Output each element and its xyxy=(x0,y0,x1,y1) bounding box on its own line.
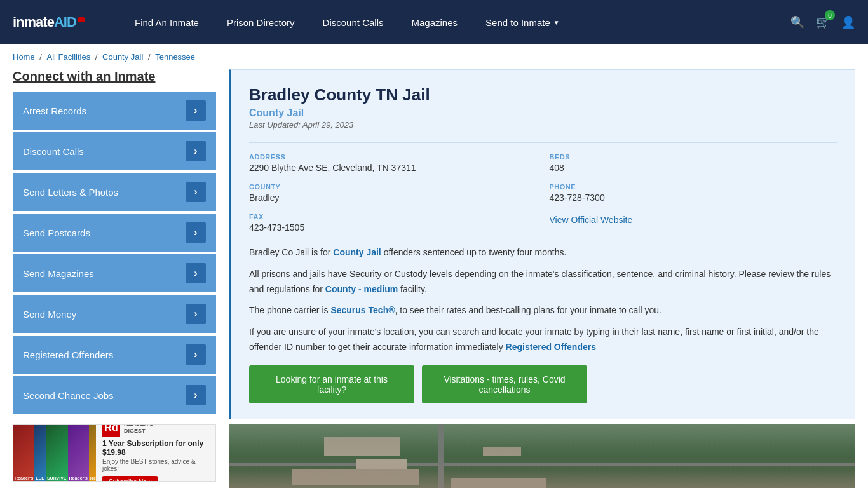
ad-rd-logo: Rd READER'SDIGEST xyxy=(102,424,209,437)
county-jail-link[interactable]: County Jail xyxy=(333,247,381,257)
info-website: View Official Website xyxy=(550,213,837,233)
sidebar-item-second-chance-jobs[interactable]: Second Chance Jobs › xyxy=(13,376,216,414)
fax-value: 423-473-1505 xyxy=(249,222,537,233)
main-container: Connect with an Inmate Arrest Records › … xyxy=(0,69,868,488)
search-icon[interactable]: 🔍 xyxy=(790,15,804,29)
nav-find-inmate[interactable]: Find An Inmate xyxy=(121,0,213,44)
user-icon[interactable]: 👤 xyxy=(841,15,855,29)
rd-brand: READER'SDIGEST xyxy=(124,424,153,434)
sidebar-item-send-postcards[interactable]: Send Postcards › xyxy=(13,214,216,252)
main-nav: Find An Inmate Prison Directory Discount… xyxy=(121,0,790,44)
sidebar-arrow-icon: › xyxy=(186,385,206,405)
facility-aerial-image xyxy=(229,424,855,488)
ad-cover-2: LEE xyxy=(34,424,46,482)
facility-updated: Last Updated: April 29, 2023 xyxy=(249,120,837,130)
content-area: Bradley County TN Jail County Jail Last … xyxy=(229,69,855,488)
breadcrumb-sep: / xyxy=(39,52,44,62)
action-buttons: Looking for an inmate at this facility? … xyxy=(249,365,837,403)
sidebar-arrow-icon: › xyxy=(186,182,206,202)
ad-sub: Enjoy the BEST stories, advice & jokes! xyxy=(102,458,209,472)
sidebar: Connect with an Inmate Arrest Records › … xyxy=(13,69,216,488)
nav-discount-calls[interactable]: Discount Calls xyxy=(309,0,398,44)
sidebar-arrow-icon: › xyxy=(186,100,206,121)
desc-p2: All prisons and jails have Security or C… xyxy=(249,267,837,297)
facility-subtitle: County Jail xyxy=(249,107,837,119)
ad-cover-3: SURVIVE xyxy=(46,424,68,482)
sidebar-item-send-money[interactable]: Send Money › xyxy=(13,295,216,333)
breadcrumb-all-facilities[interactable]: All Facilities xyxy=(47,52,91,62)
ad-covers: Reader's LEE SURVIVE Reader's Read xyxy=(13,424,96,482)
info-grid: ADDRESS 2290 Blythe Ave SE, Cleveland, T… xyxy=(249,142,837,233)
sidebar-arrow-icon: › xyxy=(186,344,206,365)
ad-cover-4: Reader's xyxy=(68,424,89,482)
desc-p3: The phone carrier is Securus Tech®, to s… xyxy=(249,303,837,318)
phone-value: 423-728-7300 xyxy=(550,193,837,203)
header-icons: 🔍 🛒 0 👤 xyxy=(790,15,855,29)
breadcrumb-home[interactable]: Home xyxy=(13,52,35,62)
securus-link[interactable]: Securus Tech® xyxy=(330,305,395,315)
info-beds: BEDS 408 xyxy=(550,153,837,173)
beds-value: 408 xyxy=(550,163,837,173)
header: inmateAID Find An Inmate Prison Director… xyxy=(0,0,868,44)
nav-magazines[interactable]: Magazines xyxy=(397,0,471,44)
ad-banner: Reader's LEE SURVIVE Reader's Read Rd RE… xyxy=(13,424,216,482)
beds-label: BEDS xyxy=(550,153,837,161)
sidebar-arrow-icon: › xyxy=(186,141,206,161)
send-dropdown-icon: ▼ xyxy=(553,19,560,26)
address-value: 2290 Blythe Ave SE, Cleveland, TN 37311 xyxy=(249,163,537,173)
sidebar-menu: Arrest Records › Discount Calls › Send L… xyxy=(13,92,216,414)
breadcrumb-sep2: / xyxy=(95,52,100,62)
facility-description: Bradley Co Jail is for County Jail offen… xyxy=(249,245,837,355)
breadcrumb: Home / All Facilities / County Jail / Te… xyxy=(0,44,868,69)
breadcrumb-sep3: / xyxy=(148,52,153,62)
info-phone: PHONE 423-728-7300 xyxy=(550,183,837,203)
facility-card: Bradley County TN Jail County Jail Last … xyxy=(229,69,855,419)
logo[interactable]: inmateAID xyxy=(13,14,85,30)
visitations-button[interactable]: Visitations - times, rules, Covid cancel… xyxy=(422,365,587,403)
breadcrumb-county-jail[interactable]: County Jail xyxy=(102,52,143,62)
ad-subscribe-button[interactable]: Subscribe Now xyxy=(102,476,158,482)
address-label: ADDRESS xyxy=(249,153,537,161)
info-fax: FAX 423-473-1505 xyxy=(249,213,537,233)
sidebar-item-discount-calls[interactable]: Discount Calls › xyxy=(13,132,216,170)
county-value: Bradley xyxy=(249,193,537,203)
nav-prison-directory[interactable]: Prison Directory xyxy=(213,0,309,44)
desc-p4: If you are unsure of your inmate's locat… xyxy=(249,325,837,355)
desc-p1: Bradley Co Jail is for County Jail offen… xyxy=(249,245,837,261)
ad-cover-5: Read xyxy=(89,424,96,482)
fax-label: FAX xyxy=(249,213,537,220)
breadcrumb-tennessee[interactable]: Tennessee xyxy=(155,52,195,62)
rd-logo-box: Rd xyxy=(102,424,120,437)
info-county: COUNTY Bradley xyxy=(249,183,537,203)
image-overlay xyxy=(229,424,855,488)
county-medium-link[interactable]: County - medium xyxy=(325,284,398,294)
sidebar-item-send-letters[interactable]: Send Letters & Photos › xyxy=(13,173,216,211)
sidebar-item-send-magazines[interactable]: Send Magazines › xyxy=(13,254,216,292)
facility-title: Bradley County TN Jail xyxy=(249,85,837,105)
sidebar-title: Connect with an Inmate xyxy=(13,69,216,84)
official-website-link[interactable]: View Official Website xyxy=(550,215,633,225)
sidebar-arrow-icon: › xyxy=(186,304,206,324)
ad-cover-1: Reader's xyxy=(13,424,34,482)
logo-area: inmateAID xyxy=(13,14,102,30)
county-label: COUNTY xyxy=(249,183,537,191)
ad-headline: 1 Year Subscription for only $19.98 xyxy=(102,439,209,457)
cart-icon[interactable]: 🛒 0 xyxy=(816,15,830,29)
cart-badge: 0 xyxy=(825,10,835,20)
sidebar-item-registered-offenders[interactable]: Registered Offenders › xyxy=(13,336,216,374)
sidebar-arrow-icon: › xyxy=(186,263,206,283)
registered-offenders-link[interactable]: Registered Offenders xyxy=(506,342,596,352)
sidebar-arrow-icon: › xyxy=(186,222,206,243)
find-inmate-button[interactable]: Looking for an inmate at this facility? xyxy=(249,365,414,403)
sidebar-item-arrest-records[interactable]: Arrest Records › xyxy=(13,92,216,130)
nav-send-to-inmate[interactable]: Send to Inmate ▼ xyxy=(471,0,574,44)
ad-text-area: Rd READER'SDIGEST 1 Year Subscription fo… xyxy=(96,424,215,482)
info-address: ADDRESS 2290 Blythe Ave SE, Cleveland, T… xyxy=(249,153,537,173)
phone-label: PHONE xyxy=(550,183,837,191)
